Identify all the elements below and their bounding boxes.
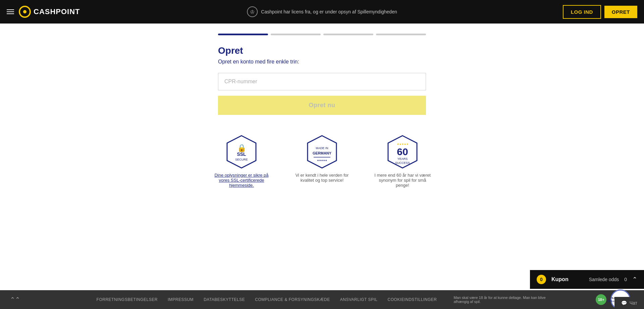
step-2 xyxy=(271,34,321,35)
step-4 xyxy=(376,34,426,35)
footer-link-impressum[interactable]: IMPRESSUM xyxy=(168,297,194,302)
form-subtitle: Opret en konto med fire enkle trin: xyxy=(218,59,426,65)
coupon-count: 0 xyxy=(537,275,546,284)
license-text: Cashpoint har licens fra, og er under op… xyxy=(261,9,397,14)
svg-text:60: 60 xyxy=(397,146,408,157)
coupon-label: Kupon xyxy=(551,276,584,282)
logo-circle xyxy=(19,6,31,18)
brand-name: CASHPOINT xyxy=(34,7,80,16)
chat-button[interactable]: 💬 Чат xyxy=(614,297,644,309)
footer-link-compliance[interactable]: COMPLIANCE & FORSYNINGSKÆDE xyxy=(255,297,330,302)
chat-icon: 💬 xyxy=(621,300,627,306)
years-badge-caption: I mere end 60 år har vi været synonym fo… xyxy=(372,173,433,188)
footer-link-cookieindstillinger[interactable]: COOKIEINDSTILLINGER xyxy=(388,297,437,302)
germany-badge: MADE IN GERMANY ★★★★★ Vi er kendt i hele… xyxy=(292,135,352,183)
svg-text:★★★★★: ★★★★★ xyxy=(397,143,409,146)
germany-badge-icon: MADE IN GERMANY ★★★★★ xyxy=(307,135,337,169)
cpr-input[interactable] xyxy=(218,73,426,90)
footer-info-text: Man skal være 18 år for at kunne deltage… xyxy=(453,296,547,304)
license-notice: ♔ Cashpoint har licens fra, og er under … xyxy=(247,6,397,17)
hamburger-menu-icon[interactable] xyxy=(7,9,14,14)
footer-links: FORRETNINGSBETINGELSER IMPRESSUM DATABES… xyxy=(97,296,548,304)
header-left: CASHPOINT xyxy=(7,6,80,18)
svg-text:GERMANY: GERMANY xyxy=(313,151,332,155)
coupon-bar: 0 Kupon Samlede odds 0 ⌃ xyxy=(530,270,644,289)
registration-stepper xyxy=(218,34,426,35)
age-badge: 18+ xyxy=(596,294,606,305)
footer: ⌃⌃ FORRETNINGSBETINGELSER IMPRESSUM DATA… xyxy=(0,290,644,309)
svg-text:YEARS: YEARS xyxy=(397,157,408,161)
coupon-chevron-icon[interactable]: ⌃ xyxy=(632,276,637,283)
step-1 xyxy=(218,34,268,35)
svg-text:🔒: 🔒 xyxy=(237,143,247,152)
step-3 xyxy=(323,34,373,35)
registration-form: Opret Opret en konto med fire enkle trin… xyxy=(218,45,426,115)
trust-badges: 🔒 SSL SECURE Dine oplysninger er sikre p… xyxy=(211,135,433,188)
scroll-up-icon[interactable]: ⌃⌃ xyxy=(10,296,20,303)
header-right: LOG IND OPRET xyxy=(563,5,637,19)
chat-label: Чат xyxy=(630,300,637,306)
svg-text:SSL: SSL xyxy=(237,151,246,157)
coupon-odds-value: 0 xyxy=(624,277,627,282)
form-title: Opret xyxy=(218,45,426,56)
submit-button[interactable]: Opret nu xyxy=(218,96,426,115)
logo-area: CASHPOINT xyxy=(19,6,80,18)
footer-link-ansvarligt-spil[interactable]: ANSVARLIGT SPIL xyxy=(340,297,378,302)
years-badge-icon: ★★★★★ 60 YEARS SUCCESS xyxy=(387,135,418,169)
ssl-badge: 🔒 SSL SECURE Dine oplysninger er sikre p… xyxy=(211,135,272,188)
svg-text:★★★★★: ★★★★★ xyxy=(317,159,327,162)
years-badge: ★★★★★ 60 YEARS SUCCESS I mere end 60 år … xyxy=(372,135,433,188)
spillemyndighed-icon: ♔ xyxy=(247,6,258,17)
footer-link-forretningsbetingelser[interactable]: FORRETNINGSBETINGELSER xyxy=(97,297,158,302)
header: CASHPOINT ♔ Cashpoint har licens fra, og… xyxy=(0,0,644,24)
svg-text:MADE IN: MADE IN xyxy=(316,146,328,150)
footer-link-databeskyttelse[interactable]: DATABESKYTTELSE xyxy=(204,297,245,302)
login-button[interactable]: LOG IND xyxy=(563,5,601,19)
germany-badge-caption: Vi er kendt i hele verden for kvalitet o… xyxy=(292,173,352,183)
svg-text:SUCCESS: SUCCESS xyxy=(395,161,410,165)
register-button[interactable]: OPRET xyxy=(604,6,637,18)
main-content: Opret Opret en konto med fire enkle trin… xyxy=(0,24,644,290)
ssl-badge-caption[interactable]: Dine oplysninger er sikre på vores SSL-c… xyxy=(211,173,272,188)
coupon-odds-label: Samlede odds xyxy=(589,277,619,282)
svg-text:SECURE: SECURE xyxy=(235,158,248,161)
ssl-badge-icon: 🔒 SSL SECURE xyxy=(226,135,257,169)
